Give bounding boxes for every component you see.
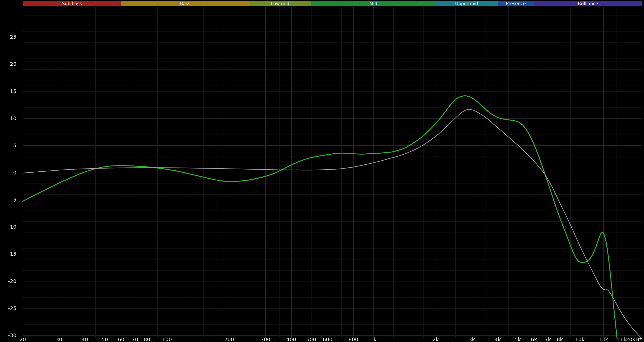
frequency-response-plot (0, 0, 644, 342)
x-tick-label: 30 (56, 337, 62, 342)
x-tick-label: 2k (433, 337, 439, 342)
x-tick-label: 20kHz (626, 337, 642, 342)
y-tick-label: -10 (0, 224, 16, 230)
y-tick-label: 0 (0, 170, 16, 176)
x-tick-label: 8k (557, 337, 563, 342)
y-tick-label: -15 (0, 251, 16, 257)
y-tick-label: -20 (0, 278, 16, 284)
x-tick-label: 40 (81, 337, 88, 342)
band-label: Sub bass (62, 2, 82, 6)
x-tick-label: 800 (349, 337, 358, 342)
y-tick-label: 20 (0, 61, 16, 67)
x-tick-label: 400 (286, 337, 296, 342)
y-tick-label: -25 (0, 305, 16, 311)
x-tick-label: 300 (260, 337, 270, 342)
y-tick-label: -30 (0, 332, 16, 338)
band-segment: Mid (311, 1, 435, 6)
x-tick-label: 13k (599, 337, 608, 342)
band-segment: Bass (121, 1, 249, 6)
band-label: Presence (506, 2, 526, 6)
band-segment: Sub bass (23, 1, 121, 6)
y-tick-label: -5 (0, 197, 16, 203)
x-tick-label: 60 (118, 337, 124, 342)
x-tick-label: 80 (144, 337, 150, 342)
y-tick-label: 25 (0, 34, 16, 40)
x-tick-label: 3k (469, 337, 475, 342)
frequency-response-chart: SPL Sub bassBassLow midMidUpper midPrese… (0, 0, 644, 342)
x-tick-label: 4k (495, 337, 501, 342)
x-tick-label: 70 (132, 337, 138, 342)
x-tick-label: 500 (306, 337, 316, 342)
x-tick-label: 600 (323, 337, 333, 342)
band-label: Low mid (271, 2, 289, 6)
band-segment: Brilliance (534, 1, 642, 6)
x-tick-label: 6k (531, 337, 537, 342)
x-tick-label: 20 (19, 337, 26, 342)
band-segment: Upper mid (436, 1, 498, 6)
x-tick-label: 100 (162, 337, 172, 342)
band-label: Upper mid (455, 2, 478, 6)
x-tick-label: 16k (617, 337, 627, 342)
band-label: Brilliance (578, 2, 598, 6)
x-tick-label: 1k (370, 337, 376, 342)
x-tick-label: 7k (545, 337, 551, 342)
band-segment: Presence (498, 1, 534, 6)
band-label: Bass (180, 2, 190, 6)
x-tick-label: 200 (224, 337, 234, 342)
y-tick-label: 15 (0, 88, 16, 94)
band-segment: Low mid (249, 1, 311, 6)
y-tick-label: 10 (0, 115, 16, 121)
band-label: Mid (369, 2, 377, 6)
x-tick-label: 10k (575, 337, 584, 342)
x-tick-label: 5k (514, 337, 521, 342)
x-tick-label: 50 (101, 337, 108, 342)
y-tick-label: 5 (0, 143, 16, 148)
